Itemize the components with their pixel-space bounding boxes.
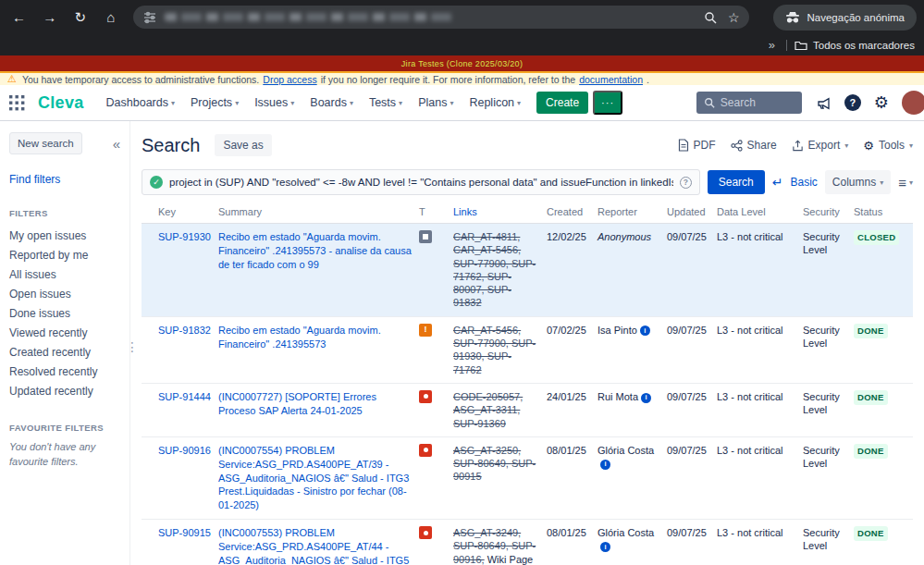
issue-summary-link[interactable]: Recibo em estado "Aguarda movim. Finance… [218,324,412,351]
app-switcher-icon[interactable] [9,95,25,111]
home-icon[interactable]: ⌂ [99,6,122,30]
info-icon[interactable]: i [640,325,650,336]
zoom-icon[interactable] [704,11,717,24]
columns-dropdown[interactable]: Columns ▾ [825,170,891,194]
sidebar-filter-open-issues[interactable]: Open issues [9,284,120,303]
reporter-name[interactable]: Glória Costa [598,527,654,538]
issue-summary-link[interactable]: (INC0007554) PROBLEM Service:ASG_PRD.AS4… [218,444,412,512]
nav-menu-tests[interactable]: Tests▾ [369,96,402,109]
reporter-name[interactable]: Isa Pinto [598,325,637,336]
info-icon[interactable]: i [641,393,651,403]
col-reporter[interactable]: Reporter [598,206,667,217]
linked-issues[interactable]: CAR_AT-4811, CAR_AT-5456, SUP-77900, SUP… [453,231,536,308]
forward-icon[interactable]: → [38,6,61,30]
issue-row[interactable]: SUP-91444(INC0007727) [SOPORTE] Errores … [142,384,913,437]
nav-menu-replicon[interactable]: Replicon▾ [469,96,521,109]
issue-key-link[interactable]: SUP-90915 [158,526,211,540]
user-avatar[interactable] [902,91,924,115]
view-options-button[interactable]: ≡ ▾ [898,175,913,190]
issue-key-link[interactable]: SUP-90916 [158,444,211,458]
announcements-icon[interactable] [817,96,832,110]
reporter-name[interactable]: Rui Mota [598,391,638,402]
global-search-input[interactable]: Search [696,92,802,114]
sidebar-filter-done-issues[interactable]: Done issues [9,303,120,323]
col-updated[interactable]: Updated [667,206,717,217]
back-icon[interactable]: ← [7,6,31,30]
pdf-button[interactable]: PDF [678,139,716,152]
web-link[interactable]: Wiki Page [487,554,534,565]
summary-cell: (INC0007554) PROBLEM Service:ASG_PRD.AS4… [218,444,419,512]
export-dropdown[interactable]: Export ▾ [792,139,849,152]
page-title: Search [142,135,200,156]
site-settings-icon[interactable] [142,10,157,25]
issue-key-link[interactable]: SUP-91832 [158,324,211,338]
col-key[interactable]: Key [158,206,218,217]
sidebar-filter-updated-recently[interactable]: Updated recently [9,381,120,400]
info-icon[interactable]: i [600,542,610,552]
documentation-link[interactable]: documentation [579,74,643,85]
issue-row[interactable]: SUP-90916(INC0007554) PROBLEM Service:AS… [142,437,913,520]
nav-menu-projects[interactable]: Projects▾ [191,96,239,109]
info-icon[interactable]: i [600,460,610,470]
document-icon [678,139,689,152]
jql-query-text[interactable]: project in (SUP) AND "resolved" <= -8w A… [169,177,673,188]
sidebar-filter-all-issues[interactable]: All issues [9,264,120,284]
sidebar-filter-reported-by-me[interactable]: Reported by me [9,245,120,264]
tools-dropdown[interactable]: ⚙ Tools ▾ [863,139,913,152]
col-links[interactable]: Links [453,206,547,217]
drop-access-link[interactable]: Drop access [263,74,316,85]
search-button[interactable]: Search [708,170,765,194]
col-status[interactable]: Status [854,206,913,217]
issue-type-icon [419,230,432,243]
settings-gear-icon[interactable]: ⚙ [874,94,889,111]
bookmark-star-icon[interactable]: ☆ [728,11,740,24]
save-as-button[interactable]: Save as [215,134,271,156]
syntax-help-icon[interactable]: ? [680,177,692,189]
reporter-name[interactable]: Glória Costa [598,445,654,456]
col-data-level[interactable]: Data Level [717,206,803,217]
issue-summary-link[interactable]: (INC0007727) [SOPORTE] Errores Proceso S… [218,390,412,418]
reporter-cell: Isa Pintoi [598,324,667,337]
issue-row[interactable]: SUP-91930Recibo em estado "Aguarda movim… [142,224,913,317]
address-bar[interactable]: ☆ [133,6,748,29]
jql-return-icon[interactable]: ↵ [772,175,783,190]
sidebar-filter-resolved-recently[interactable]: Resolved recently [9,362,120,381]
sidebar-filter-my-open-issues[interactable]: My open issues [9,226,120,245]
nav-menu-plans[interactable]: Plans▾ [418,96,453,109]
col-security[interactable]: Security [803,206,854,217]
reporter-name[interactable]: Anonymous [598,231,651,242]
col-type[interactable]: T [419,206,453,217]
sidebar-filter-created-recently[interactable]: Created recently [9,342,120,362]
all-bookmarks-button[interactable]: Todos os marcadores [795,40,924,51]
sidebar-resize-handle[interactable]: ⋮ [126,339,139,354]
nav-menu-boards[interactable]: Boards▾ [310,96,353,109]
new-search-button[interactable]: New search [9,132,82,154]
bookmarks-overflow-icon[interactable]: » [765,38,779,52]
create-button[interactable]: Create [536,92,588,114]
basic-mode-link[interactable]: Basic [791,176,818,189]
issue-row[interactable]: SUP-90915(INC0007553) PROBLEM Service:AS… [142,520,913,565]
col-created[interactable]: Created [547,206,598,217]
jql-query-input[interactable]: ✓ project in (SUP) AND "resolved" <= -8w… [142,169,700,195]
linked-issues[interactable]: CODE-205057, ASG_AT-3311, SUP-91369 [453,391,523,429]
sidebar-filter-viewed-recently[interactable]: Viewed recently [9,323,120,342]
find-filters-link[interactable]: Find filters [9,173,120,186]
col-summary[interactable]: Summary [218,206,419,217]
nav-menu-dashboards[interactable]: Dashboards▾ [106,96,175,109]
nav-menu-label: Issues [254,96,288,109]
linked-issues[interactable]: ASG_AT-3250, SUP-80649, SUP-90915 [453,445,536,483]
reload-icon[interactable]: ↻ [68,6,92,30]
issue-key-link[interactable]: SUP-91930 [158,230,211,244]
issue-key-link[interactable]: SUP-91444 [158,390,211,404]
nav-menu-issues[interactable]: Issues▾ [254,96,294,109]
favourite-filters-empty-text: You don't have any favourite filters. [9,440,113,470]
issue-summary-link[interactable]: Recibo em estado "Aguarda movim. Finance… [218,230,412,272]
help-icon[interactable]: ? [844,94,861,111]
issue-summary-link[interactable]: (INC0007553) PROBLEM Service:ASG_PRD.AS4… [218,526,412,565]
more-actions-button[interactable]: ··· [593,91,622,115]
collapse-sidebar-icon[interactable]: « [113,136,120,152]
brand-logo[interactable]: Cleva [38,93,84,113]
share-button[interactable]: Share [731,139,777,152]
linked-issues[interactable]: CAR_AT-5456, SUP-77900, SUP-91930, SUP-7… [453,325,536,375]
issue-row[interactable]: SUP-91832Recibo em estado "Aguarda movim… [142,317,913,384]
